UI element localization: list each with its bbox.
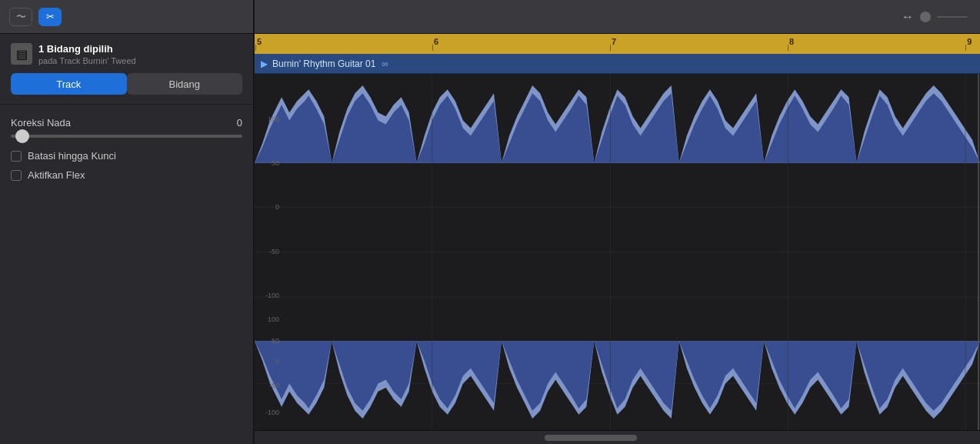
bidang-tab-button[interactable]: Bidang <box>127 73 243 95</box>
region-count: 1 Bidang dipilih <box>38 43 136 55</box>
region-text: 1 Bidang dipilih pada Track Burnin' Twee… <box>38 43 136 65</box>
flex-checkbox[interactable] <box>11 170 22 181</box>
ruler-mark-6: 6 <box>432 34 433 51</box>
waveform-tool-button[interactable]: 〜 <box>9 8 32 26</box>
ruler-line-7 <box>610 45 611 51</box>
y-label-50-bot: 50 <box>272 337 279 345</box>
y-label-m50-bot: -50 <box>269 382 279 389</box>
region-info: ▤ 1 Bidang dipilih pada Track Burnin' Tw… <box>0 34 253 105</box>
ruler-line-5 <box>255 45 256 51</box>
top-toolbar: 〜 ✂ <box>0 0 253 34</box>
pitch-slider-thumb[interactable] <box>15 129 29 143</box>
ruler-line-8 <box>788 45 788 51</box>
scrollbar-area[interactable] <box>255 430 980 444</box>
y-label-m100-bot: -100 <box>265 409 279 416</box>
ruler-label-8: 8 <box>789 37 794 46</box>
tab-row: Track Bidang <box>11 73 242 95</box>
limit-key-checkbox[interactable] <box>11 151 22 162</box>
flex-tool-button[interactable]: ✂ <box>38 8 62 26</box>
waveform-svg-wrap: 100 50 0 -50 -100 100 50 0 -50 -100 <box>255 74 980 430</box>
region-type-icon: ▤ <box>16 47 28 62</box>
flex-label: Aktifkan Flex <box>28 169 85 181</box>
region-bar: ▶ Burnin' Rhythm Guitar 01 ∞ <box>255 54 980 74</box>
track-tab-button[interactable]: Track <box>11 73 127 95</box>
y-label-m100: -100 <box>265 292 279 299</box>
ruler-mark-7: 7 <box>610 34 611 51</box>
waveform-icon: 〜 <box>16 10 26 24</box>
ruler-mark-5: 5 <box>255 34 256 51</box>
arrows-icon[interactable]: ↔ <box>902 10 914 24</box>
timeline-ruler: 5 6 7 8 9 <box>255 34 980 54</box>
right-panel: ↔ 5 6 7 8 <box>255 0 980 444</box>
scrollbar-thumb[interactable] <box>545 435 637 441</box>
ruler-mark-9: 9 <box>965 34 966 51</box>
region-icon: ▤ <box>11 43 32 65</box>
waveform-svg: 100 50 0 -50 -100 100 50 0 -50 -100 <box>255 74 980 430</box>
pitch-control-row: Koreksi Nada 0 <box>11 117 242 129</box>
limit-key-label: Batasi hingga Kunci <box>28 150 116 162</box>
region-title-block: ▤ 1 Bidang dipilih pada Track Burnin' Tw… <box>11 43 242 65</box>
zoom-circle <box>920 12 931 22</box>
play-icon: ▶ <box>261 58 268 69</box>
ruler-label-6: 6 <box>434 37 438 46</box>
zoom-line <box>937 16 968 18</box>
y-label-0-top: 0 <box>275 203 279 211</box>
pitch-label: Koreksi Nada <box>11 117 71 129</box>
editor-toolbar: ↔ <box>255 0 980 34</box>
main-container: 〜 ✂ ▤ 1 Bidang dipilih pada Track Burnin… <box>0 0 980 444</box>
region-subtitle: pada Track Burnin' Tweed <box>38 56 136 65</box>
left-panel: 〜 ✂ ▤ 1 Bidang dipilih pada Track Burnin… <box>0 0 254 444</box>
pitch-value: 0 <box>237 117 242 129</box>
y-label-0-bot: 0 <box>275 358 279 366</box>
y-label-m50-top: -50 <box>269 247 279 255</box>
ruler-line-6 <box>432 45 433 51</box>
flex-icon: ✂ <box>46 11 55 22</box>
waveform-container[interactable]: ▶ Burnin' Rhythm Guitar 01 ∞ <box>255 54 980 430</box>
pitch-slider-track[interactable] <box>11 135 242 138</box>
y-label-50-top: 50 <box>272 159 279 167</box>
ruler-marks: 5 6 7 8 9 <box>255 34 980 54</box>
controls-area: Koreksi Nada 0 Batasi hingga Kunci Aktif… <box>0 105 253 444</box>
ruler-line-9 <box>965 45 966 51</box>
ruler-label-5: 5 <box>257 37 262 46</box>
flex-checkbox-row[interactable]: Aktifkan Flex <box>11 169 242 181</box>
ruler-label-9: 9 <box>967 37 972 46</box>
y-label-100-bot: 100 <box>268 315 279 323</box>
limit-key-checkbox-row[interactable]: Batasi hingga Kunci <box>11 150 242 162</box>
y-label-100-top: 100 <box>268 115 279 123</box>
ruler-mark-8: 8 <box>788 34 788 51</box>
region-name-label: Burnin' Rhythm Guitar 01 <box>272 58 375 69</box>
ruler-label-7: 7 <box>612 37 616 46</box>
loop-icon: ∞ <box>382 58 388 69</box>
